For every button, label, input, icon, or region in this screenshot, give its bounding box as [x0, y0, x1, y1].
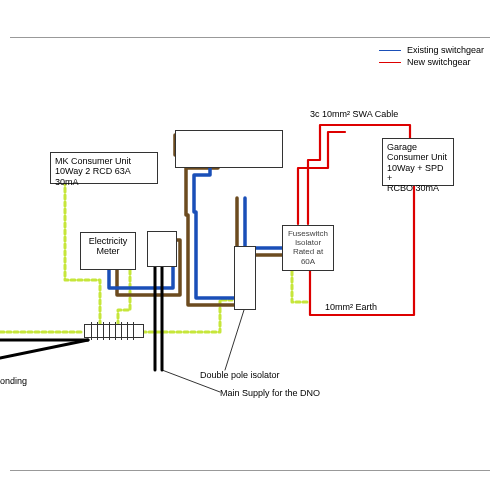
legend-existing: Existing switchgear	[379, 45, 484, 55]
meter-box: Electricity Meter	[80, 232, 136, 270]
meter-label: Electricity Meter	[89, 236, 128, 256]
consumer-unit-box: MK Consumer Unit 10Way 2 RCD 63A 30mA	[50, 152, 158, 184]
garage-cu-box: Garage Consumer Unit 10Way + SPD + RCBO …	[382, 138, 454, 186]
legend-existing-swatch	[379, 50, 401, 51]
fuseswitch-label: Fuseswitch Isolator Rated at 60A	[288, 229, 328, 266]
double-pole-isolator-box	[234, 246, 256, 310]
legend-existing-label: Existing switchgear	[407, 45, 484, 55]
svg-line-3	[0, 340, 88, 358]
bonding-label: onding	[0, 376, 27, 386]
legend-new-label: New switchgear	[407, 57, 471, 67]
legend-new: New switchgear	[379, 57, 484, 67]
legend-new-swatch	[379, 62, 401, 63]
henley-block-box	[175, 130, 283, 168]
earth-10-label: 10mm² Earth	[325, 302, 377, 312]
diagram-page: Existing switchgear New switchgear	[0, 0, 500, 500]
svg-line-5	[225, 310, 244, 370]
page-top-rule	[10, 37, 490, 38]
legend: Existing switchgear New switchgear	[379, 45, 484, 69]
main-supply-label: Main Supply for the DNO	[220, 388, 320, 398]
page-bottom-rule	[10, 470, 490, 471]
cutout-box	[147, 231, 177, 267]
earth-block	[84, 324, 144, 338]
swa-cable-label: 3c 10mm² SWA Cable	[310, 109, 398, 119]
garage-cu-label: Garage Consumer Unit 10Way + SPD + RCBO …	[387, 142, 447, 193]
double-pole-label: Double pole isolator	[200, 370, 280, 380]
fuseswitch-box: Fuseswitch Isolator Rated at 60A	[282, 225, 334, 271]
consumer-unit-label: MK Consumer Unit 10Way 2 RCD 63A 30mA	[55, 156, 131, 187]
